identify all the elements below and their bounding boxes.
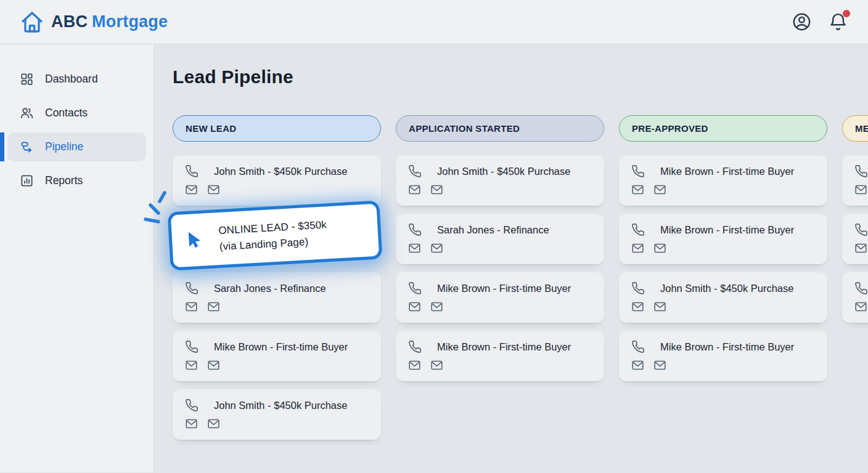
brand-name: ABCMortgage bbox=[51, 12, 168, 31]
lead-card-title: Mike Brown - First-time Buyer bbox=[214, 341, 348, 353]
dragged-card-text: ONLINE LEAD - $350k (via Landing Page) bbox=[218, 217, 328, 254]
active-indicator-bar bbox=[0, 132, 4, 161]
mail-icon[interactable] bbox=[207, 301, 220, 313]
notification-dot bbox=[843, 10, 850, 17]
lead-card-title: Mike Brown - First-time Buyer bbox=[437, 283, 571, 294]
mail-icon[interactable] bbox=[185, 301, 198, 313]
phone-icon[interactable] bbox=[631, 223, 645, 236]
sidebar-item-pipeline[interactable]: Pipeline bbox=[7, 132, 146, 161]
contacts-users-icon bbox=[20, 106, 34, 120]
lead-card[interactable]: John Smith - $450k Purchase bbox=[396, 155, 604, 206]
mail-icon[interactable] bbox=[854, 301, 867, 313]
column-pre-approved: PRE-APPROVED Mike Brown - First-time Buy… bbox=[619, 115, 827, 440]
mail-icon[interactable] bbox=[430, 359, 443, 371]
dragged-lead-card[interactable]: ONLINE LEAD - $350k (via Landing Page) bbox=[168, 200, 383, 270]
lead-card-title: John Smith - $450k Purchase bbox=[437, 166, 570, 177]
lead-card[interactable]: Sarah Jones - Refinance bbox=[396, 214, 604, 264]
lead-card-title: Mike Brown - First-time Buyer bbox=[660, 341, 794, 353]
mail-icon[interactable] bbox=[653, 242, 666, 254]
sidebar-item-label: Contacts bbox=[45, 107, 88, 119]
lead-card[interactable]: Mike Brown - First-time Buyer bbox=[173, 331, 381, 381]
lead-card[interactable]: John Smith - $450k Purchase bbox=[173, 389, 381, 440]
mail-icon[interactable] bbox=[408, 301, 421, 313]
mail-icon[interactable] bbox=[207, 359, 220, 371]
lead-card-title: Mike Brown - First-time Buyer bbox=[660, 166, 794, 177]
mail-icon[interactable] bbox=[185, 359, 198, 371]
column-label: NEW LEAD bbox=[186, 123, 236, 134]
sidebar-item-reports[interactable]: Reports bbox=[7, 166, 146, 195]
mail-icon[interactable] bbox=[653, 301, 666, 313]
lead-card-title: Mike Brown - First-time Buyer bbox=[437, 341, 571, 353]
lead-card[interactable]: John Smith - $450k Purchase bbox=[619, 272, 827, 323]
column-cards bbox=[842, 155, 868, 323]
drag-burst-lines bbox=[139, 188, 179, 227]
phone-icon[interactable] bbox=[185, 281, 199, 295]
phone-icon[interactable] bbox=[185, 398, 199, 412]
phone-icon[interactable] bbox=[408, 340, 422, 354]
column-cards: John Smith - $450k Purchase Sarah Jones … bbox=[173, 155, 381, 440]
column-new-lead: NEW LEAD John Smith - $450k Purchase Sar… bbox=[173, 115, 381, 440]
mail-icon[interactable] bbox=[631, 184, 644, 196]
lead-card[interactable] bbox=[842, 155, 868, 206]
mail-icon[interactable] bbox=[430, 184, 443, 196]
column-label: PRE-APPROVED bbox=[632, 123, 708, 134]
phone-icon[interactable] bbox=[185, 340, 199, 354]
mail-icon[interactable] bbox=[631, 242, 644, 254]
mail-icon[interactable] bbox=[653, 184, 666, 196]
lead-card[interactable]: Sarah Jones - Refinance bbox=[173, 272, 381, 323]
phone-icon[interactable] bbox=[631, 281, 645, 295]
sidebar-item-contacts[interactable]: Contacts bbox=[7, 99, 146, 127]
lead-card[interactable]: John Smith - $450k Purchase bbox=[173, 155, 381, 206]
phone-icon[interactable] bbox=[408, 281, 422, 295]
phone-icon[interactable] bbox=[854, 223, 868, 236]
column-label: ME bbox=[855, 123, 868, 134]
phone-icon[interactable] bbox=[185, 164, 199, 178]
mail-icon[interactable] bbox=[185, 184, 198, 196]
mail-icon[interactable] bbox=[631, 301, 644, 313]
phone-icon[interactable] bbox=[631, 340, 645, 354]
mail-icon[interactable] bbox=[408, 359, 421, 371]
column-application-started: APPLICATION STARTED John Smith - $450k P… bbox=[396, 115, 604, 440]
mail-icon[interactable] bbox=[653, 359, 666, 371]
brand-name-secondary: Mortgage bbox=[92, 12, 168, 31]
lead-card-title: John Smith - $450k Purchase bbox=[660, 283, 793, 294]
phone-icon[interactable] bbox=[408, 223, 422, 236]
lead-card[interactable]: Mike Brown - First-time Buyer bbox=[619, 331, 827, 381]
mail-icon[interactable] bbox=[207, 184, 220, 196]
dashboard-grid-icon bbox=[20, 72, 34, 86]
mail-icon[interactable] bbox=[430, 301, 443, 313]
lead-card-title: Sarah Jones - Refinance bbox=[214, 283, 326, 294]
lead-card[interactable] bbox=[842, 272, 868, 323]
lead-card-title: Sarah Jones - Refinance bbox=[437, 224, 549, 236]
mail-icon[interactable] bbox=[430, 242, 443, 254]
mail-icon[interactable] bbox=[408, 184, 421, 196]
lead-card-title: John Smith - $450k Purchase bbox=[214, 166, 347, 177]
lead-card[interactable] bbox=[842, 214, 868, 264]
notifications-button[interactable] bbox=[828, 12, 848, 32]
mail-icon[interactable] bbox=[207, 418, 220, 430]
page-title: Lead Pipeline bbox=[173, 67, 868, 87]
mail-icon[interactable] bbox=[854, 242, 867, 254]
sidebar-item-label: Reports bbox=[45, 174, 83, 187]
sidebar-item-dashboard[interactable]: Dashboard bbox=[7, 65, 146, 94]
sidebar: Dashboard Contacts Pipeline Reports bbox=[0, 44, 154, 472]
column-cards: John Smith - $450k Purchase Sarah Jones … bbox=[396, 155, 604, 381]
lead-card-title: Mike Brown - First-time Buyer bbox=[660, 224, 794, 236]
phone-icon[interactable] bbox=[631, 164, 645, 178]
phone-icon[interactable] bbox=[854, 164, 868, 178]
profile-button[interactable] bbox=[792, 12, 812, 32]
phone-icon[interactable] bbox=[854, 281, 868, 295]
mail-icon[interactable] bbox=[631, 359, 644, 371]
mail-icon[interactable] bbox=[854, 184, 867, 196]
phone-icon[interactable] bbox=[408, 164, 422, 178]
user-circle-icon bbox=[792, 12, 812, 32]
lead-card[interactable]: Mike Brown - First-time Buyer bbox=[619, 155, 827, 206]
lead-card[interactable]: Mike Brown - First-time Buyer bbox=[396, 272, 604, 323]
mail-icon[interactable] bbox=[185, 418, 198, 430]
mail-icon[interactable] bbox=[408, 242, 421, 254]
column-label: APPLICATION STARTED bbox=[409, 123, 520, 134]
lead-card[interactable]: Mike Brown - First-time Buyer bbox=[396, 331, 604, 381]
lead-card[interactable]: Mike Brown - First-time Buyer bbox=[619, 214, 827, 264]
column-truncated: ME bbox=[842, 115, 868, 440]
column-header-pre-approved: PRE-APPROVED bbox=[619, 115, 827, 142]
